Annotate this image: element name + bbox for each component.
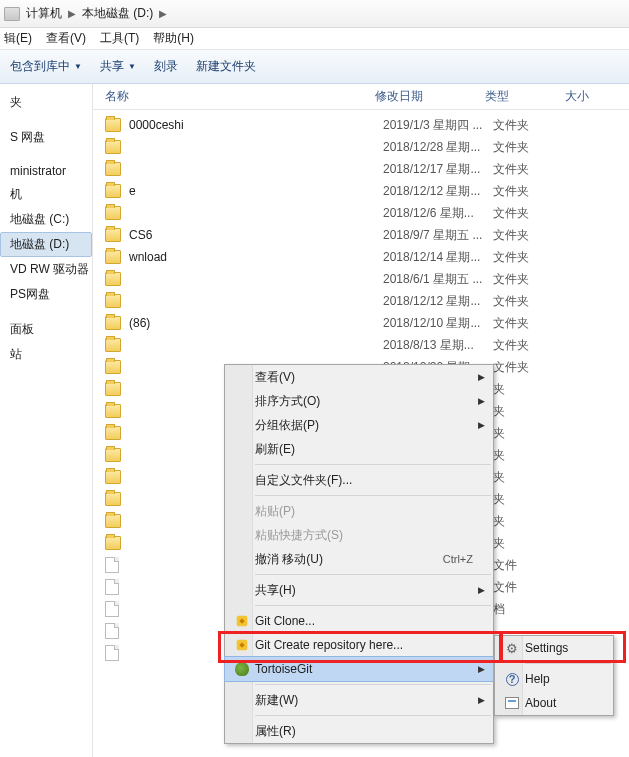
- folder-icon: [105, 184, 121, 198]
- ctx-git-create-repo[interactable]: Git Create repository here...: [225, 633, 493, 657]
- help-icon: ?: [506, 673, 519, 686]
- sidebar-item[interactable]: S 网盘: [0, 125, 92, 150]
- file-type: 夹: [493, 491, 553, 508]
- ctx-tortoisegit[interactable]: TortoiseGit▶: [225, 657, 493, 681]
- folder-icon: [105, 316, 121, 330]
- submenu-settings[interactable]: ⚙Settings: [495, 636, 613, 660]
- file-type: 文件夹: [493, 271, 553, 288]
- folder-icon: [105, 404, 121, 418]
- file-icon: [105, 579, 119, 595]
- sidebar-item[interactable]: ministrator: [0, 160, 92, 182]
- file-date: 2018/8/13 星期...: [383, 337, 493, 354]
- ctx-properties[interactable]: 属性(R): [225, 719, 493, 743]
- folder-icon: [105, 514, 121, 528]
- file-row[interactable]: 2018/8/13 星期...文件夹: [93, 334, 629, 356]
- sidebar-item[interactable]: 地磁盘 (D:): [0, 232, 92, 257]
- file-type: 文件夹: [493, 139, 553, 156]
- file-date: 2018/9/7 星期五 ...: [383, 227, 493, 244]
- file-name: e: [129, 184, 383, 198]
- folder-icon: [105, 382, 121, 396]
- sidebar-item[interactable]: 夹: [0, 90, 92, 115]
- file-icon: [105, 557, 119, 573]
- ctx-sort[interactable]: 排序方式(O)▶: [225, 389, 493, 413]
- sidebar-item[interactable]: 面板: [0, 317, 92, 342]
- menu-help[interactable]: 帮助(H): [153, 30, 194, 47]
- ctx-new[interactable]: 新建(W)▶: [225, 688, 493, 712]
- chevron-right-icon: ▶: [478, 585, 485, 595]
- ctx-customize-folder[interactable]: 自定义文件夹(F)...: [225, 468, 493, 492]
- git-icon: [235, 638, 249, 652]
- column-type[interactable]: 类型: [485, 88, 565, 105]
- ctx-view[interactable]: 查看(V)▶: [225, 365, 493, 389]
- file-type: 夹: [493, 535, 553, 552]
- ctx-group[interactable]: 分组依据(P)▶: [225, 413, 493, 437]
- toolbar-new-folder[interactable]: 新建文件夹: [196, 58, 256, 75]
- sidebar-item[interactable]: 地磁盘 (C:): [0, 207, 92, 232]
- file-type: 夹: [493, 425, 553, 442]
- breadcrumb[interactable]: 计算机 ▶ 本地磁盘 (D:) ▶: [0, 0, 629, 28]
- breadcrumb-seg-computer[interactable]: 计算机: [26, 5, 62, 22]
- folder-icon: [105, 140, 121, 154]
- file-row[interactable]: 2018/12/6 星期...文件夹: [93, 202, 629, 224]
- file-row[interactable]: 2018/12/17 星期...文件夹: [93, 158, 629, 180]
- file-icon: [105, 623, 119, 639]
- folder-icon: [105, 250, 121, 264]
- menu-tools[interactable]: 工具(T): [100, 30, 139, 47]
- chevron-right-icon: ▶: [478, 664, 485, 674]
- folder-icon: [105, 338, 121, 352]
- file-name: CS6: [129, 228, 383, 242]
- folder-icon: [105, 206, 121, 220]
- folder-icon: [105, 294, 121, 308]
- submenu-help[interactable]: ?Help: [495, 667, 613, 691]
- menubar: 辑(E) 查看(V) 工具(T) 帮助(H): [0, 28, 629, 50]
- ctx-git-clone[interactable]: Git Clone...: [225, 609, 493, 633]
- folder-icon: [105, 492, 121, 506]
- file-row[interactable]: e2018/12/12 星期...文件夹: [93, 180, 629, 202]
- toolbar-share[interactable]: 共享▼: [100, 58, 136, 75]
- menu-edit[interactable]: 辑(E): [4, 30, 32, 47]
- file-date: 2018/12/12 星期...: [383, 183, 493, 200]
- context-menu: 查看(V)▶ 排序方式(O)▶ 分组依据(P)▶ 刷新(E) 自定义文件夹(F)…: [224, 364, 494, 744]
- toolbar-include-in-library[interactable]: 包含到库中▼: [10, 58, 82, 75]
- sidebar-item[interactable]: PS网盘: [0, 282, 92, 307]
- file-row[interactable]: wnload2018/12/14 星期...文件夹: [93, 246, 629, 268]
- file-row[interactable]: CS62018/9/7 星期五 ...文件夹: [93, 224, 629, 246]
- chevron-right-icon: ▶: [478, 695, 485, 705]
- file-row[interactable]: 2018/6/1 星期五 ...文件夹: [93, 268, 629, 290]
- file-row[interactable]: 2018/12/28 星期...文件夹: [93, 136, 629, 158]
- file-type: 文件: [493, 579, 553, 596]
- file-type: 文件夹: [493, 227, 553, 244]
- file-icon: [105, 645, 119, 661]
- sidebar-item[interactable]: VD RW 驱动器 (: [0, 257, 92, 282]
- sidebar-item[interactable]: 站: [0, 342, 92, 367]
- file-date: 2018/12/28 星期...: [383, 139, 493, 156]
- breadcrumb-seg-drive[interactable]: 本地磁盘 (D:): [82, 5, 153, 22]
- ctx-share[interactable]: 共享(H)▶: [225, 578, 493, 602]
- file-name: 0000ceshi: [129, 118, 383, 132]
- file-type: 文件夹: [493, 183, 553, 200]
- file-row[interactable]: 0000ceshi2019/1/3 星期四 ...文件夹: [93, 114, 629, 136]
- column-name[interactable]: 名称: [105, 88, 375, 105]
- ctx-undo-move[interactable]: 撤消 移动(U)Ctrl+Z: [225, 547, 493, 571]
- file-date: 2019/1/3 星期四 ...: [383, 117, 493, 134]
- submenu-about[interactable]: About: [495, 691, 613, 715]
- file-date: 2018/12/17 星期...: [383, 161, 493, 178]
- file-icon: [105, 601, 119, 617]
- menu-view[interactable]: 查看(V): [46, 30, 86, 47]
- file-type: 夹: [493, 403, 553, 420]
- file-row[interactable]: 2018/12/12 星期...文件夹: [93, 290, 629, 312]
- column-date[interactable]: 修改日期: [375, 88, 485, 105]
- sidebar-item[interactable]: 机: [0, 182, 92, 207]
- chevron-down-icon: ▼: [128, 62, 136, 71]
- file-type: 文件: [493, 557, 553, 574]
- file-row[interactable]: (86)2018/12/10 星期...文件夹: [93, 312, 629, 334]
- ctx-refresh[interactable]: 刷新(E): [225, 437, 493, 461]
- column-size[interactable]: 大小: [565, 88, 629, 105]
- file-type: 文件夹: [493, 293, 553, 310]
- toolbar-burn[interactable]: 刻录: [154, 58, 178, 75]
- toolbar: 包含到库中▼ 共享▼ 刻录 新建文件夹: [0, 50, 629, 84]
- folder-icon: [105, 118, 121, 132]
- chevron-right-icon: ▶: [478, 396, 485, 406]
- file-name: (86): [129, 316, 383, 330]
- file-date: 2018/12/6 星期...: [383, 205, 493, 222]
